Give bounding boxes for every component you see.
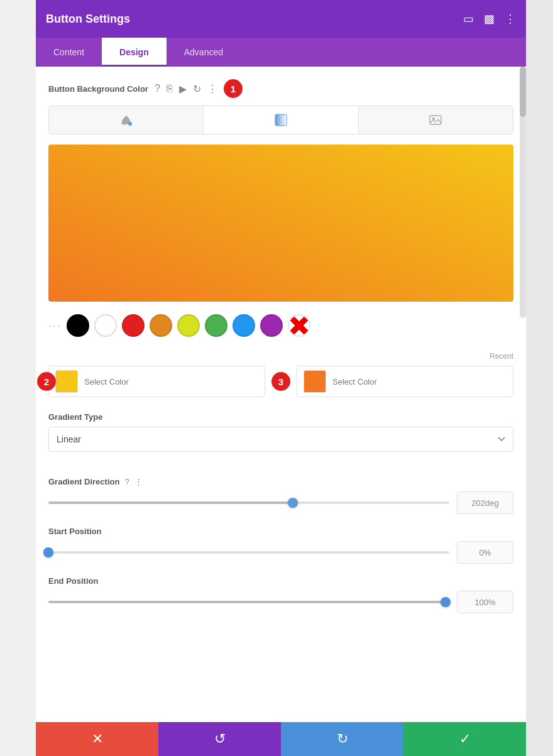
- svg-point-3: [432, 118, 435, 120]
- footer-bar: ✕ ↺ ↻ ✓: [36, 722, 526, 756]
- panel-content: Button Background Color ? ⎘ ▶ ↻ ⋮ 1: [36, 67, 526, 638]
- section-label: Button Background Color: [48, 84, 148, 94]
- more-icon[interactable]: ⋮: [207, 83, 217, 95]
- tab-advanced[interactable]: Advanced: [167, 38, 241, 67]
- swatch-orange[interactable]: [150, 314, 172, 337]
- right-edge: [526, 0, 553, 756]
- swatch-more[interactable]: ···: [48, 319, 62, 332]
- badge-2: 2: [37, 372, 56, 391]
- start-position-section: Start Position 0%: [48, 527, 513, 564]
- svg-point-0: [128, 122, 132, 126]
- swatch-black[interactable]: [67, 314, 89, 337]
- tabs-bar: Content Design Advanced: [36, 38, 526, 67]
- header-icons: ▭ ▩ ⋮: [463, 12, 516, 26]
- swatches-row: ···: [48, 312, 513, 339]
- end-position-section: End Position 100%: [48, 576, 513, 613]
- tab-content[interactable]: Content: [36, 38, 102, 67]
- gradient-direction-more[interactable]: ⋮: [134, 477, 143, 486]
- scrollbar[interactable]: [520, 67, 526, 318]
- color-stop-1-swatch[interactable]: [55, 370, 78, 393]
- swatch-purple[interactable]: [260, 314, 283, 337]
- recent-label: Recent: [48, 352, 513, 361]
- end-position-row: 100%: [48, 591, 513, 613]
- color-stop-1-group: Select Color: [48, 366, 265, 397]
- redo-button[interactable]: ↻: [281, 722, 403, 756]
- swatch-white[interactable]: [94, 314, 117, 337]
- screen-icon[interactable]: ▭: [463, 12, 474, 26]
- bg-type-gradient[interactable]: [204, 106, 358, 134]
- confirm-button[interactable]: ✓: [403, 722, 526, 756]
- swatch-green[interactable]: [205, 314, 227, 337]
- device-icon[interactable]: ⎘: [167, 83, 173, 94]
- color-stop-1-label[interactable]: Select Color: [84, 377, 129, 386]
- swatch-blue[interactable]: [233, 314, 255, 337]
- gradient-direction-slider[interactable]: [48, 496, 449, 509]
- swatch-red[interactable]: [122, 314, 145, 337]
- gradient-direction-section: Gradient Direction ? ⋮ 202deg: [48, 477, 513, 514]
- gradient-direction-help[interactable]: ?: [124, 477, 129, 486]
- start-position-row: 0%: [48, 541, 513, 564]
- cursor-icon[interactable]: ▶: [179, 83, 187, 95]
- gradient-direction-label: Gradient Direction ? ⋮: [48, 477, 513, 486]
- menu-dots-icon[interactable]: ⋮: [505, 12, 516, 26]
- panel-title: Button Settings: [46, 13, 130, 26]
- svg-rect-1: [275, 114, 287, 126]
- start-position-value[interactable]: 0%: [457, 541, 513, 564]
- gradient-direction-row: 202deg: [48, 491, 513, 514]
- start-position-slider[interactable]: [48, 546, 449, 559]
- color-stop-2-group: Select Color: [297, 366, 513, 397]
- cancel-button[interactable]: ✕: [36, 722, 158, 756]
- gradient-type-select[interactable]: Linear Radial: [48, 427, 513, 452]
- gradient-type-label: Gradient Type: [48, 412, 513, 422]
- swatch-yellow[interactable]: [177, 314, 200, 337]
- undo-button[interactable]: ↺: [158, 722, 281, 756]
- swatch-transparent[interactable]: [288, 314, 310, 337]
- color-stop-2-swatch[interactable]: [304, 370, 326, 393]
- end-position-slider[interactable]: [48, 596, 449, 608]
- end-position-value[interactable]: 100%: [457, 591, 513, 613]
- start-position-label: Start Position: [48, 527, 513, 536]
- tab-design[interactable]: Design: [102, 38, 167, 67]
- columns-icon[interactable]: ▩: [484, 12, 495, 26]
- help-icon[interactable]: ?: [155, 83, 160, 94]
- bg-type-image[interactable]: [359, 106, 513, 134]
- badge-1: 1: [224, 79, 243, 98]
- svg-rect-2: [430, 116, 441, 124]
- bg-type-selector: [48, 106, 513, 134]
- undo-icon[interactable]: ↻: [193, 83, 201, 95]
- gradient-direction-value[interactable]: 202deg: [457, 491, 513, 514]
- gradient-preview: [48, 145, 513, 302]
- gradient-type-section: Gradient Type Linear Radial: [48, 412, 513, 464]
- end-position-label: End Position: [48, 576, 513, 586]
- section-header: Button Background Color ? ⎘ ▶ ↻ ⋮ 1: [48, 79, 513, 98]
- panel-header: Button Settings ▭ ▩ ⋮: [36, 0, 526, 38]
- scrollbar-thumb[interactable]: [520, 67, 526, 117]
- color-stop-2-label[interactable]: Select Color: [332, 377, 377, 386]
- badge-3: 3: [271, 372, 290, 391]
- bg-type-fill[interactable]: [49, 106, 204, 134]
